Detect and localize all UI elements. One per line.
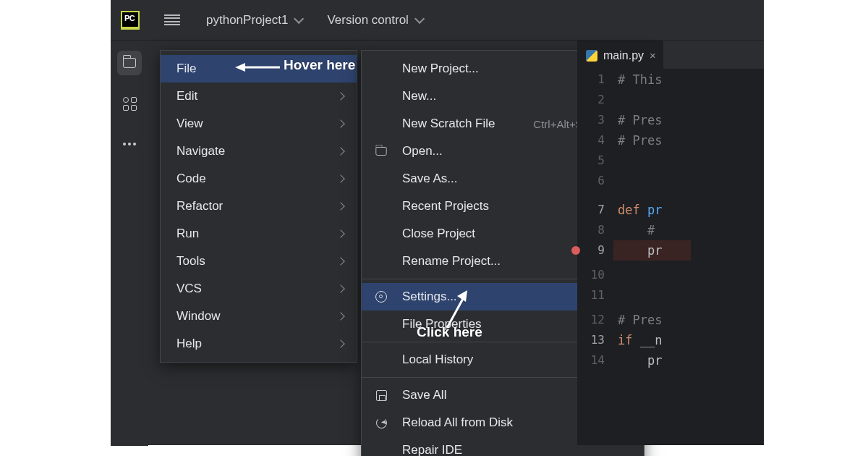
menu-item-label: VCS	[176, 282, 202, 296]
menu-item-label: View	[176, 117, 203, 131]
menu-item-window[interactable]: Window	[161, 303, 357, 330]
menu-item-label: Refactor	[176, 199, 223, 214]
menu-item-label: Window	[176, 309, 220, 324]
project-name-label: pythonProject1	[206, 13, 288, 28]
menu-item-edit[interactable]: Edit	[161, 83, 357, 110]
chevron-right-icon	[336, 339, 344, 347]
menu-item-label: Recent Projects	[402, 199, 489, 214]
chevron-right-icon	[336, 174, 344, 182]
editor-area: main.py × 1234567891011121314 # This# Pr…	[577, 41, 764, 445]
folder-icon	[123, 58, 136, 68]
menu-item-label: Save As...	[402, 172, 458, 186]
menu-item-label: Local History	[402, 352, 473, 367]
menu-item-label: Repair IDE	[402, 443, 462, 456]
menu-item-code[interactable]: Code	[161, 165, 357, 193]
menu-item-file[interactable]: File	[161, 55, 357, 83]
menu-item-label: Help	[176, 337, 202, 351]
chevron-right-icon	[336, 147, 344, 155]
project-toolwindow-button[interactable]	[117, 51, 142, 75]
breakpoint-icon[interactable]	[571, 246, 580, 255]
menu-item-navigate[interactable]: Navigate	[161, 138, 357, 165]
gear-icon	[375, 291, 387, 303]
editor-tab-bar: main.py ×	[577, 41, 764, 69]
menu-item-label: Tools	[176, 254, 205, 269]
pycharm-logo: PC	[121, 11, 140, 30]
menu-item-label: Code	[176, 172, 206, 186]
editor-tab[interactable]: main.py ×	[577, 41, 663, 69]
menu-item-run[interactable]: Run	[161, 220, 357, 248]
close-tab-icon[interactable]: ×	[650, 49, 656, 62]
menu-item-label: Edit	[176, 89, 197, 104]
menu-item-label: File	[176, 62, 196, 76]
main-menu-button[interactable]	[164, 14, 180, 26]
structure-icon	[123, 97, 137, 111]
menu-item-label: Navigate	[176, 144, 225, 159]
tool-window-bar	[111, 41, 148, 446]
tab-filename: main.py	[603, 49, 644, 62]
menu-item-label: File Properties	[402, 317, 482, 332]
chevron-right-icon	[336, 312, 344, 320]
editor-code[interactable]: # This# Pres# Presdef pr # pr# Presif __…	[618, 69, 691, 371]
menu-item-label: Open...	[402, 144, 443, 159]
menu-item-view[interactable]: View	[161, 110, 357, 138]
chevron-right-icon	[336, 284, 344, 292]
more-toolwindows-button[interactable]	[117, 132, 142, 156]
main-menu-popup: FileEditViewNavigateCodeRefactorRunTools…	[160, 50, 357, 363]
vcs-label: Version control	[327, 13, 408, 28]
chevron-right-icon	[336, 229, 344, 237]
project-dropdown[interactable]: pythonProject1	[206, 13, 301, 28]
menu-item-label: New...	[402, 89, 436, 104]
menu-item-label: Reload All from Disk	[402, 415, 513, 430]
menu-item-label: New Project...	[402, 62, 479, 76]
dots-icon	[123, 143, 136, 145]
menu-item-label: Rename Project...	[402, 254, 501, 269]
editor-gutter[interactable]: 1234567891011121314	[577, 69, 613, 371]
reload-icon	[376, 418, 387, 428]
menu-item-refactor[interactable]: Refactor	[161, 193, 357, 220]
structure-toolwindow-button[interactable]	[117, 91, 142, 116]
menu-item-vcs[interactable]: VCS	[161, 275, 357, 303]
menu-item-help[interactable]: Help	[161, 330, 357, 358]
chevron-right-icon	[336, 92, 344, 100]
python-file-icon	[586, 50, 597, 62]
vcs-dropdown[interactable]: Version control	[327, 13, 421, 28]
chevron-down-icon	[294, 13, 304, 23]
chevron-down-icon	[414, 13, 425, 23]
menu-item-label: Close Project	[402, 227, 475, 241]
chevron-right-icon	[336, 119, 344, 127]
folder-icon	[375, 147, 386, 156]
menu-item-label: Save All	[402, 388, 446, 402]
chevron-right-icon	[336, 202, 344, 210]
menu-item-tools[interactable]: Tools	[161, 248, 357, 275]
menu-item-label: New Scratch File	[402, 117, 495, 131]
save-icon	[376, 390, 387, 401]
menu-item-label: Settings...	[402, 290, 457, 304]
titlebar: PC pythonProject1 Version control	[111, 0, 764, 41]
menu-item-label: Run	[176, 227, 199, 241]
chevron-right-icon	[336, 257, 344, 265]
app-window: PC pythonProject1 Version control FileEd…	[111, 0, 764, 445]
